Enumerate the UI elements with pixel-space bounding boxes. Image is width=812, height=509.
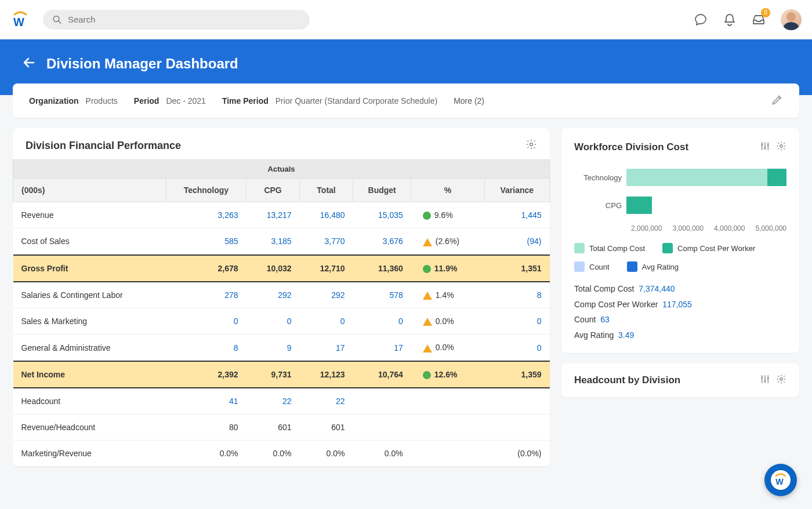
workforce-chart: Technology CPG 2,000,000 bbox=[561, 156, 799, 353]
cell-variance[interactable] bbox=[484, 388, 549, 415]
search-box[interactable] bbox=[43, 10, 310, 30]
back-icon[interactable] bbox=[22, 56, 36, 72]
filter-time-period[interactable]: Time Period Prior Quarter (Standard Corp… bbox=[222, 96, 437, 106]
table-row: Cost of Sales5853,1853,7703,676(2.6%)(94… bbox=[13, 228, 550, 255]
sliders-icon[interactable] bbox=[760, 374, 770, 387]
cell-variance[interactable]: 1,445 bbox=[484, 202, 549, 228]
filter-organization[interactable]: Organization Products bbox=[29, 96, 118, 106]
filter-period[interactable]: Period Dec - 2021 bbox=[134, 96, 206, 106]
svg-point-10 bbox=[780, 145, 783, 148]
cell-cpg[interactable]: 22 bbox=[246, 388, 300, 415]
cell-tech: 80 bbox=[166, 415, 246, 441]
cell-budget[interactable] bbox=[353, 388, 411, 415]
headcount-division-card: Headcount by Division bbox=[561, 363, 799, 397]
legend-count[interactable]: Count bbox=[574, 261, 610, 272]
gear-icon[interactable] bbox=[776, 141, 786, 154]
cell-variance[interactable]: 0 bbox=[484, 308, 549, 335]
cell-variance[interactable]: 8 bbox=[484, 282, 549, 308]
cell-cpg[interactable]: 9 bbox=[246, 335, 300, 361]
table-row: Net Income2,3929,73112,12310,76412.6%1,3… bbox=[13, 361, 550, 388]
legend-total-comp[interactable]: Total Comp Cost bbox=[574, 243, 645, 253]
cell-tech[interactable]: 585 bbox=[166, 228, 246, 255]
svg-point-9 bbox=[767, 144, 769, 146]
cell-budget[interactable]: 15,035 bbox=[353, 202, 411, 228]
inbox-icon[interactable]: 0 bbox=[752, 13, 766, 27]
cell-total[interactable]: 3,770 bbox=[300, 228, 353, 255]
col-technology: Technology bbox=[166, 179, 246, 202]
cell-cpg[interactable]: 292 bbox=[246, 282, 300, 308]
col-total: Total bbox=[300, 179, 353, 202]
cell-tech[interactable]: 0 bbox=[166, 308, 246, 335]
col-budget: Budget bbox=[353, 179, 411, 202]
row-name: Salaries & Contingent Labor bbox=[13, 282, 166, 308]
inbox-badge: 0 bbox=[761, 8, 770, 17]
cell-total[interactable]: 292 bbox=[300, 282, 353, 308]
cell-cpg: 0.0% bbox=[246, 441, 300, 467]
cell-pct bbox=[411, 415, 484, 441]
card-title: Workforce Division Cost bbox=[574, 141, 688, 153]
cell-budget[interactable]: 0 bbox=[353, 308, 411, 335]
bar-label-cpg: CPG bbox=[574, 201, 626, 210]
legend-per-worker[interactable]: Comp Cost Per Worker bbox=[662, 243, 755, 253]
cell-variance[interactable]: (94) bbox=[484, 228, 549, 255]
filter-value: Dec - 2021 bbox=[166, 96, 205, 106]
avatar[interactable] bbox=[781, 9, 802, 30]
filter-more-link[interactable]: More (2) bbox=[454, 96, 484, 106]
svg-point-17 bbox=[780, 378, 783, 381]
filter-bar: Organization Products Period Dec - 2021 … bbox=[13, 83, 799, 118]
bar-label-technology: Technology bbox=[574, 173, 626, 182]
table-row: Revenue3,26313,21716,48015,0359.6%1,445 bbox=[13, 202, 550, 228]
cell-budget bbox=[353, 415, 411, 441]
cell-cpg[interactable]: 3,185 bbox=[246, 228, 300, 255]
bar-cpg[interactable] bbox=[626, 197, 786, 214]
cell-variance: 1,359 bbox=[484, 361, 549, 388]
cell-total[interactable]: 0 bbox=[300, 308, 353, 335]
help-fab[interactable]: W bbox=[764, 464, 797, 496]
cell-tech[interactable]: 278 bbox=[166, 282, 246, 308]
cell-cpg: 601 bbox=[246, 415, 300, 441]
cell-budget: 0.0% bbox=[353, 441, 411, 467]
cell-tech[interactable]: 41 bbox=[166, 388, 246, 415]
legend-avg-rating[interactable]: Avg Rating bbox=[627, 261, 679, 272]
sliders-icon[interactable] bbox=[760, 141, 770, 154]
col-units: (000s) bbox=[13, 179, 166, 202]
cell-tech: 2,392 bbox=[166, 361, 246, 388]
gear-icon[interactable] bbox=[776, 374, 786, 387]
cell-pct bbox=[411, 441, 484, 467]
search-input[interactable] bbox=[68, 14, 300, 24]
cell-tech[interactable]: 3,263 bbox=[166, 202, 246, 228]
svg-point-14 bbox=[761, 377, 763, 379]
workday-logo-icon[interactable]: W bbox=[10, 10, 30, 30]
cell-total[interactable]: 17 bbox=[300, 335, 353, 361]
cell-total[interactable]: 16,480 bbox=[300, 202, 353, 228]
chat-icon[interactable] bbox=[694, 13, 708, 27]
search-icon bbox=[52, 14, 62, 25]
svg-point-15 bbox=[764, 380, 766, 382]
bar-technology[interactable] bbox=[626, 169, 786, 186]
chart-stats: Total Comp Cost 7,374,440 Comp Cost Per … bbox=[574, 281, 786, 343]
topbar: W 0 bbox=[0, 0, 812, 39]
row-name: Revenue/Headcount bbox=[13, 415, 166, 441]
svg-line-2 bbox=[59, 21, 61, 23]
cell-budget[interactable]: 578 bbox=[353, 282, 411, 308]
cell-budget[interactable]: 17 bbox=[353, 335, 411, 361]
cell-cpg[interactable]: 0 bbox=[246, 308, 300, 335]
bell-icon[interactable] bbox=[723, 13, 737, 27]
edit-icon[interactable] bbox=[771, 94, 783, 107]
cell-cpg[interactable]: 13,217 bbox=[246, 202, 300, 228]
cell-total[interactable]: 22 bbox=[300, 388, 353, 415]
cell-variance: (0.0%) bbox=[484, 441, 549, 467]
cell-tech[interactable]: 8 bbox=[166, 335, 246, 361]
workforce-cost-card: Workforce Division Cost Technology bbox=[561, 128, 799, 353]
cell-pct: 12.6% bbox=[411, 361, 484, 388]
svg-text:W: W bbox=[13, 16, 24, 28]
cell-pct: 1.4% bbox=[411, 282, 484, 308]
cell-budget: 11,360 bbox=[353, 255, 411, 282]
row-name: Marketing/Revenue bbox=[13, 441, 166, 467]
gear-icon[interactable] bbox=[525, 139, 537, 152]
cell-budget[interactable]: 3,676 bbox=[353, 228, 411, 255]
svg-point-8 bbox=[764, 147, 766, 149]
row-name: Revenue bbox=[13, 202, 166, 228]
cell-variance[interactable]: 0 bbox=[484, 335, 549, 361]
cell-pct: 0.0% bbox=[411, 308, 484, 335]
